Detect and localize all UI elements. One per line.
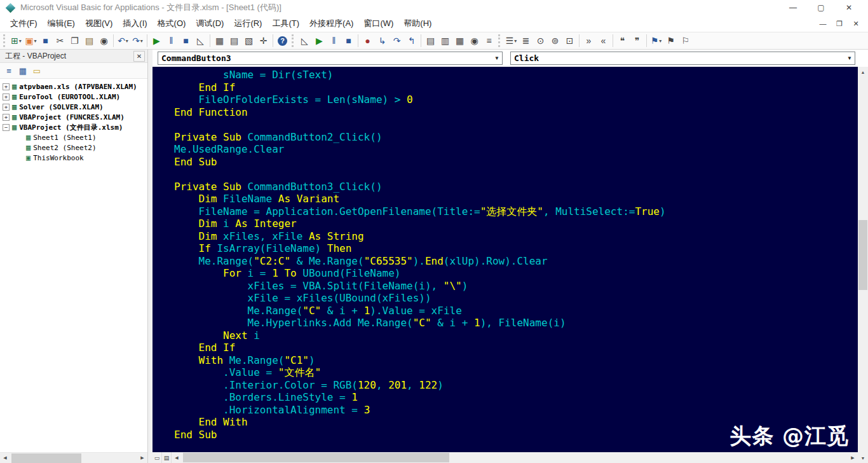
run-sub-button[interactable]: ▶ bbox=[149, 33, 164, 48]
chevron-down-icon[interactable]: ▼ bbox=[844, 55, 855, 61]
menu-item-6[interactable]: 运行(R) bbox=[229, 15, 267, 32]
toggle-bookmark-button[interactable]: ⚑▾ bbox=[649, 33, 663, 48]
menu-item-4[interactable]: 格式(O) bbox=[153, 15, 191, 32]
scroll-track[interactable] bbox=[858, 77, 868, 453]
call-stack-button[interactable]: ≡ bbox=[482, 33, 496, 48]
help-button[interactable]: ? bbox=[275, 33, 290, 48]
scroll-up-button[interactable]: ▲ bbox=[858, 67, 868, 77]
mdi-close-button[interactable]: ✕ bbox=[848, 17, 864, 30]
procedure-combobox[interactable]: Click ▼ bbox=[510, 52, 855, 65]
tree-item[interactable]: +▦atpvbaen.xls (ATPVBAEN.XLAM) bbox=[0, 81, 147, 92]
break-button[interactable]: ‖ bbox=[164, 33, 179, 48]
scroll-right-button[interactable]: ▶ bbox=[137, 453, 147, 463]
toolbar-grip[interactable] bbox=[292, 34, 295, 47]
menu-item-2[interactable]: 视图(V) bbox=[80, 15, 118, 32]
menu-item-5[interactable]: 调试(D) bbox=[191, 15, 229, 32]
object-combobox[interactable]: CommandButton3 ▼ bbox=[158, 52, 503, 65]
code-hscrollbar[interactable]: ◀ ▶ bbox=[172, 452, 858, 463]
view-code-button[interactable]: ≡ bbox=[2, 64, 16, 78]
menu-item-8[interactable]: 外接程序(A) bbox=[304, 15, 358, 32]
tree-item[interactable]: ▦Sheet1 (Sheet1) bbox=[0, 132, 147, 142]
copy-button[interactable]: ❐ bbox=[67, 33, 82, 48]
code-editor[interactable]: sName = Dir(sText) End If FileOrFolderEx… bbox=[153, 67, 858, 452]
uncomment-block-button[interactable]: ❞ bbox=[630, 33, 644, 48]
reset-2-button[interactable]: ■ bbox=[341, 33, 356, 48]
parameter-info-button[interactable]: ⊚ bbox=[548, 33, 562, 48]
project-panel-close-button[interactable]: ✕ bbox=[133, 51, 145, 62]
list-properties-button[interactable]: ☰▾ bbox=[504, 33, 519, 48]
paste-button[interactable]: ▤ bbox=[82, 33, 97, 48]
scroll-down-button[interactable]: ▼ bbox=[858, 453, 868, 463]
step-out-button[interactable]: ↰ bbox=[404, 33, 419, 48]
scroll-left-button[interactable]: ◀ bbox=[0, 453, 10, 463]
chevron-down-icon[interactable]: ▼ bbox=[492, 55, 502, 61]
procedure-view-button[interactable]: ▭ bbox=[153, 452, 162, 463]
immediate-window-button[interactable]: ▥ bbox=[438, 33, 452, 48]
undo-button[interactable]: ↶▾ bbox=[116, 33, 130, 48]
expand-box[interactable]: + bbox=[3, 114, 10, 121]
view-microsoft-excel-button[interactable]: ⊞▾ bbox=[9, 33, 24, 48]
collapse-box[interactable]: − bbox=[3, 124, 10, 131]
expand-box[interactable]: + bbox=[3, 104, 10, 111]
tree-item[interactable]: +▦Solver (SOLVER.XLAM) bbox=[0, 102, 147, 112]
redo-button[interactable]: ↷▾ bbox=[130, 33, 145, 48]
project-panel-hscrollbar[interactable]: ◀ ▶ bbox=[0, 452, 147, 463]
scroll-left-button[interactable]: ◀ bbox=[172, 453, 182, 463]
next-bookmark-button[interactable]: ⚑ bbox=[663, 33, 678, 48]
clear-bookmarks-button[interactable]: ⚐ bbox=[678, 33, 693, 48]
mdi-restore-button[interactable]: ❐ bbox=[831, 17, 848, 30]
menu-item-3[interactable]: 插入(I) bbox=[118, 15, 152, 32]
toolbar-grip[interactable] bbox=[498, 34, 501, 47]
list-constants-button[interactable]: ≣ bbox=[519, 33, 533, 48]
full-module-view-button[interactable]: ▤ bbox=[162, 452, 172, 463]
tree-item[interactable]: −▦VBAProject (文件目录.xlsm) bbox=[0, 122, 147, 132]
outdent-button[interactable]: « bbox=[596, 33, 611, 48]
save-button[interactable]: ■ bbox=[38, 33, 53, 48]
mdi-minimize-button[interactable]: — bbox=[815, 17, 831, 30]
scroll-right-button[interactable]: ▶ bbox=[848, 453, 858, 463]
object-browser-button[interactable]: ▧ bbox=[241, 33, 256, 48]
properties-window-button[interactable]: ▤ bbox=[227, 33, 241, 48]
maximize-button[interactable]: ▢ bbox=[807, 1, 835, 15]
expand-box[interactable]: + bbox=[3, 83, 10, 90]
tree-item[interactable]: ▣ThisWorkbook bbox=[0, 153, 147, 163]
close-button[interactable]: ✕ bbox=[835, 1, 863, 15]
comment-block-button[interactable]: ❝ bbox=[615, 33, 630, 48]
indent-button[interactable]: » bbox=[581, 33, 596, 48]
design-mode-2-button[interactable]: ◺ bbox=[297, 33, 312, 48]
scroll-track[interactable] bbox=[10, 453, 137, 463]
step-into-button[interactable]: ↳ bbox=[375, 33, 390, 48]
step-over-button[interactable]: ↷ bbox=[390, 33, 404, 48]
locals-window-button[interactable]: ▤ bbox=[423, 33, 438, 48]
quick-info-button[interactable]: ⊙ bbox=[533, 33, 548, 48]
break-2-button[interactable]: ‖ bbox=[327, 33, 341, 48]
tree-item[interactable]: +▦VBAProject (FUNCRES.XLAM) bbox=[0, 112, 147, 122]
complete-word-button[interactable]: ⊡ bbox=[562, 33, 577, 48]
cut-button[interactable]: ✂ bbox=[53, 33, 67, 48]
scroll-thumb[interactable] bbox=[11, 453, 81, 463]
quick-watch-button[interactable]: ◉ bbox=[467, 33, 482, 48]
find-button[interactable]: ◉ bbox=[97, 33, 111, 48]
run-sub-2-button[interactable]: ▶ bbox=[312, 33, 327, 48]
scroll-thumb[interactable] bbox=[858, 220, 867, 290]
menu-item-10[interactable]: 帮助(H) bbox=[398, 15, 437, 32]
toggle-breakpoint-button[interactable]: ● bbox=[360, 33, 375, 48]
code-vscrollbar[interactable]: ▲ ▼ bbox=[858, 67, 868, 463]
design-mode-button[interactable]: ◺ bbox=[193, 33, 208, 48]
toggle-folders-button[interactable]: ▭ bbox=[30, 64, 44, 78]
project-explorer-button[interactable]: ▦ bbox=[212, 33, 227, 48]
view-object-button[interactable]: ▦ bbox=[16, 64, 30, 78]
menu-item-9[interactable]: 窗口(W) bbox=[358, 15, 398, 32]
menu-item-1[interactable]: 编辑(E) bbox=[43, 15, 80, 32]
toolbox-button[interactable]: ✛ bbox=[256, 33, 271, 48]
expand-box[interactable]: + bbox=[3, 93, 10, 100]
toolbar-grip[interactable] bbox=[3, 34, 6, 47]
watch-window-button[interactable]: ▦ bbox=[452, 33, 467, 48]
menu-item-0[interactable]: 文件(F) bbox=[5, 15, 43, 32]
reset-button[interactable]: ■ bbox=[179, 33, 193, 48]
tree-item[interactable]: ▦Sheet2 (Sheet2) bbox=[0, 142, 147, 153]
scroll-thumb[interactable] bbox=[183, 453, 449, 462]
panel-splitter[interactable] bbox=[148, 50, 153, 463]
tree-item[interactable]: +▦EuroTool (EUROTOOL.XLAM) bbox=[0, 92, 147, 102]
insert-userform-button[interactable]: ▣▾ bbox=[24, 33, 38, 48]
